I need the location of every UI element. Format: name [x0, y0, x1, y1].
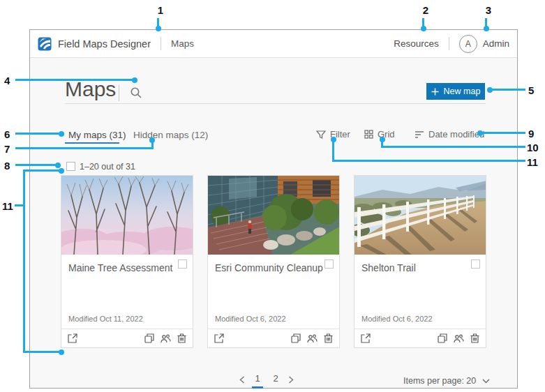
card-footer [208, 329, 339, 347]
callout-label-3: 3 [481, 4, 495, 16]
callout-line-8 [15, 164, 56, 166]
white-fence-dirt-trail-image [354, 176, 486, 255]
open-in-new-icon[interactable] [68, 333, 77, 343]
select-all-checkbox[interactable] [66, 162, 75, 171]
callout-line-6 [15, 133, 59, 135]
next-page-icon[interactable] [288, 376, 294, 386]
items-per-page-label: Items per page: 20 [403, 376, 476, 386]
sort-label: Date modified [428, 129, 484, 140]
callout-line-7 [15, 147, 154, 149]
callout-line-11d [23, 169, 25, 353]
callout-label-11-left: 11 [2, 200, 16, 212]
card-checkbox[interactable] [178, 259, 187, 269]
resources-link[interactable]: Resources [394, 38, 439, 49]
bare-trees-pink-blossoms-image [61, 176, 193, 255]
esri-logo-icon [38, 37, 52, 51]
callout-line-10b [381, 146, 525, 148]
page-title: Maps [65, 77, 116, 101]
callout-dot-3 [484, 26, 489, 31]
callout-label-5: 5 [528, 84, 542, 96]
card-thumbnail[interactable] [61, 176, 193, 255]
map-card-grid: Maine Tree Assessment Modified Oct 11, 2… [61, 175, 486, 348]
callout-label-9: 9 [528, 128, 542, 140]
callout-label-10: 10 [527, 142, 541, 153]
card-body: Esri Community Cleanup Modified Oct 6, 2… [208, 255, 339, 329]
pagination: 1 2 [239, 373, 294, 389]
share-group-icon[interactable] [454, 333, 464, 343]
card-body: Maine Tree Assessment Modified Oct 11, 2… [61, 255, 193, 329]
selection-count-label: 1–20 out of 31 [80, 162, 135, 172]
callout-dot-1 [156, 26, 161, 31]
card-checkbox[interactable] [471, 259, 480, 269]
new-map-label: New map [444, 86, 481, 96]
app-header: Field Maps Designer Maps Resources A Adm… [30, 30, 517, 58]
callout-dot-11-top [59, 168, 64, 174]
sort-control[interactable]: Date modified [415, 129, 484, 140]
map-card: Shelton Trail Modified Oct 6, 2022 [354, 175, 486, 348]
delete-icon[interactable] [324, 333, 333, 343]
card-modified-date: Modified Oct 11, 2022 [68, 315, 143, 323]
search-icon[interactable] [130, 86, 142, 99]
callout-label-7: 7 [4, 143, 18, 155]
card-thumbnail[interactable] [354, 176, 486, 255]
map-card: Esri Community Cleanup Modified Oct 6, 2… [207, 175, 340, 348]
page-1[interactable]: 1 [252, 373, 263, 389]
card-footer [354, 329, 486, 347]
tab-hidden-maps[interactable]: Hidden maps (12) [133, 130, 208, 140]
callout-line-5 [492, 89, 525, 91]
card-title[interactable]: Shelton Trail [361, 262, 416, 273]
callout-dot-2 [421, 26, 426, 31]
field-maps-designer-window: Field Maps Designer Maps Resources A Adm… [29, 29, 518, 389]
filter-icon [316, 130, 326, 140]
card-footer [61, 329, 193, 347]
open-in-new-icon[interactable] [361, 333, 371, 343]
card-modified-date: Modified Oct 6, 2022 [215, 315, 286, 323]
chevron-down-icon [482, 379, 490, 384]
callout-label-11-right: 11 [527, 156, 541, 168]
card-title[interactable]: Maine Tree Assessment [68, 262, 172, 273]
callout-label-8: 8 [4, 160, 18, 172]
callout-dot-11-bottom [59, 349, 64, 355]
header-nav-maps[interactable]: Maps [171, 38, 194, 49]
callout-label-1: 1 [154, 4, 167, 16]
tab-my-maps[interactable]: My maps (31) [68, 130, 126, 140]
card-thumbnail[interactable] [208, 176, 339, 255]
title-rule [65, 103, 486, 104]
card-modified-date: Modified Oct 6, 2022 [361, 315, 433, 323]
card-checkbox[interactable] [324, 259, 334, 269]
items-per-page-select[interactable]: Items per page: 20 [403, 376, 490, 386]
delete-icon[interactable] [470, 333, 479, 343]
active-tab-underline [65, 142, 119, 144]
header-divider [160, 37, 161, 50]
new-map-button[interactable]: New map [426, 83, 485, 100]
callout-dot-7 [149, 137, 155, 143]
card-title[interactable]: Esri Community Cleanup [215, 262, 323, 273]
callout-dot-6 [59, 131, 64, 137]
title-divider [119, 85, 119, 101]
annotated-screenshot: Field Maps Designer Maps Resources A Adm… [0, 0, 545, 392]
avatar[interactable]: A [459, 35, 477, 53]
callout-dot-4 [132, 77, 137, 83]
esri-campus-garden-image [208, 176, 339, 255]
grid-icon [364, 130, 373, 139]
delete-icon[interactable] [177, 333, 186, 343]
username-label[interactable]: Admin [483, 38, 509, 49]
app-title: Field Maps Designer [58, 38, 151, 50]
callout-label-4: 4 [4, 75, 18, 86]
prev-page-icon[interactable] [239, 376, 245, 386]
duplicate-icon[interactable] [291, 333, 301, 343]
share-group-icon[interactable] [307, 333, 318, 343]
callout-line-11b [332, 160, 525, 162]
callout-label-2: 2 [419, 4, 433, 16]
duplicate-icon[interactable] [438, 333, 447, 343]
callout-line-11e [23, 169, 59, 172]
duplicate-icon[interactable] [144, 333, 154, 343]
open-in-new-icon[interactable] [214, 333, 224, 343]
header-divider-2 [449, 37, 449, 50]
share-group-icon[interactable] [160, 333, 171, 343]
callout-line-11f [23, 351, 59, 353]
map-card: Maine Tree Assessment Modified Oct 11, 2… [61, 175, 193, 348]
callout-label-6: 6 [4, 128, 18, 140]
card-body: Shelton Trail Modified Oct 6, 2022 [354, 255, 486, 329]
page-2[interactable]: 2 [270, 373, 281, 389]
